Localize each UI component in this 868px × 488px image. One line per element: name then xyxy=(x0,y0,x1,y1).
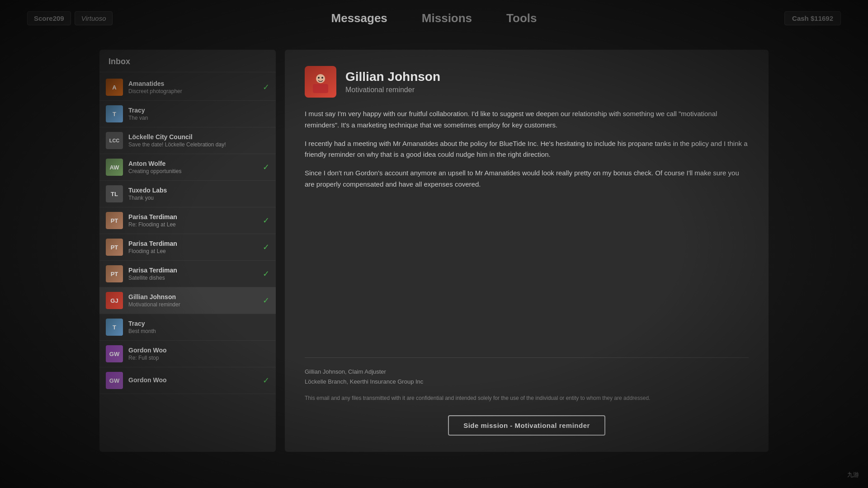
item-text-parisa2: Parisa TerdimanFlooding at Lee xyxy=(128,240,259,254)
item-subject-parisa2: Flooding at Lee xyxy=(128,248,259,254)
item-sender-lockelle: Löckelle City Council xyxy=(128,133,269,141)
check-icon-parisa2: ✓ xyxy=(263,242,269,252)
rank-display: Virtuoso xyxy=(75,11,113,25)
item-text-tuxedo: Tuxedo LabsThank you xyxy=(128,187,269,201)
check-icon-anton: ✓ xyxy=(263,162,269,172)
avatar-amanatides: A xyxy=(106,79,123,96)
svg-rect-3 xyxy=(313,84,328,93)
svg-point-1 xyxy=(318,77,320,79)
item-subject-parisa3: Satellite dishes xyxy=(128,275,259,281)
inbox-item-tracy1[interactable]: TTracyThe van xyxy=(99,101,276,127)
inbox-item-gillian[interactable]: GJGillian JohnsonMotivational reminder✓ xyxy=(99,287,276,314)
item-sender-parisa1: Parisa Terdiman xyxy=(128,213,259,221)
body-paragraph-2: I recently had a meeting with Mr Amanati… xyxy=(305,138,749,161)
item-sender-tuxedo: Tuxedo Labs xyxy=(128,187,269,194)
nav-tabs: Messages Missions Tools xyxy=(328,9,541,27)
inbox-item-parisa3[interactable]: PTParisa TerdimanSatellite dishes✓ xyxy=(99,261,276,287)
detail-body: I must say I'm very happy with our fruit… xyxy=(305,108,749,348)
detail-sender-name: Gillian Johnson xyxy=(345,70,440,84)
detail-avatar xyxy=(305,66,336,98)
item-sender-tracy2: Tracy xyxy=(128,320,269,327)
item-text-tracy2: TracyBest month xyxy=(128,320,269,334)
item-subject-gordon1: Re: Full stop xyxy=(128,355,269,361)
detail-divider xyxy=(305,357,749,358)
item-sender-anton: Anton Wolfe xyxy=(128,160,259,167)
cash-display: Cash $11692 xyxy=(784,11,841,25)
item-subject-tuxedo: Thank you xyxy=(128,195,269,201)
tab-missions[interactable]: Missions xyxy=(418,9,476,27)
item-sender-gillian: Gillian Johnson xyxy=(128,293,259,300)
inbox-item-parisa1[interactable]: PTParisa TerdimanRe: Flooding at Lee✓ xyxy=(99,207,276,234)
svg-point-2 xyxy=(321,77,323,79)
item-subject-anton: Creating opportunities xyxy=(128,168,259,174)
detail-signature: Gillian Johnson, Claim Adjuster Löckelle… xyxy=(305,367,749,387)
top-bar: Score209 Virtuoso Messages Missions Tool… xyxy=(0,0,868,36)
inbox-panel: Inbox AAmanatidesDiscreet photographer✓T… xyxy=(99,50,276,452)
item-subject-parisa1: Re: Flooding at Lee xyxy=(128,221,259,228)
avatar-anton: AW xyxy=(106,159,123,176)
body-paragraph-1: I must say I'm very happy with our fruit… xyxy=(305,108,749,131)
item-sender-gordon1: Gordon Woo xyxy=(128,347,269,354)
inbox-item-parisa2[interactable]: PTParisa TerdimanFlooding at Lee✓ xyxy=(99,234,276,261)
inbox-item-lockelle[interactable]: LCCLöckelle City CouncilSave the date! L… xyxy=(99,127,276,154)
check-icon-parisa1: ✓ xyxy=(263,216,269,225)
inbox-title: Inbox xyxy=(99,50,276,72)
avatar-gordon1: GW xyxy=(106,345,123,362)
item-text-gordon1: Gordon WooRe: Full stop xyxy=(128,347,269,361)
avatar-gordon2: GW xyxy=(106,372,123,389)
item-subject-tracy2: Best month xyxy=(128,328,269,334)
item-text-lockelle: Löckelle City CouncilSave the date! Löck… xyxy=(128,133,269,148)
check-icon-parisa3: ✓ xyxy=(263,269,269,279)
avatar-gillian: GJ xyxy=(106,292,123,309)
tab-messages[interactable]: Messages xyxy=(328,9,391,27)
inbox-item-gordon1[interactable]: GWGordon WooRe: Full stop xyxy=(99,341,276,367)
item-subject-amanatides: Discreet photographer xyxy=(128,88,259,94)
avatar-tracy2: T xyxy=(106,319,123,336)
avatar-lockelle: LCC xyxy=(106,132,123,149)
item-text-anton: Anton WolfeCreating opportunities xyxy=(128,160,259,174)
tab-tools[interactable]: Tools xyxy=(503,9,540,27)
item-text-gillian: Gillian JohnsonMotivational reminder xyxy=(128,293,259,308)
item-subject-gillian: Motivational reminder xyxy=(128,301,259,308)
main-content: Inbox AAmanatidesDiscreet photographer✓T… xyxy=(99,50,769,452)
inbox-item-tracy2[interactable]: TTracyBest month xyxy=(99,314,276,341)
avatar-parisa1: PT xyxy=(106,212,123,229)
watermark: 九游 xyxy=(847,471,859,479)
signature-line-2: Löckelle Branch, Keerthi Insurance Group… xyxy=(305,377,749,387)
item-sender-parisa3: Parisa Terdiman xyxy=(128,267,259,274)
avatar-parisa2: PT xyxy=(106,239,123,256)
check-icon-gordon2: ✓ xyxy=(263,375,269,385)
item-subject-tracy1: The van xyxy=(128,115,269,121)
check-icon-amanatides: ✓ xyxy=(263,82,269,92)
item-text-tracy1: TracyThe van xyxy=(128,107,269,121)
item-text-parisa1: Parisa TerdimanRe: Flooding at Lee xyxy=(128,213,259,228)
item-text-gordon2: Gordon Woo xyxy=(128,376,259,385)
mission-button[interactable]: Side mission - Motivational reminder xyxy=(448,415,605,436)
detail-panel: Gillian Johnson Motivational reminder I … xyxy=(285,50,769,452)
avatar-parisa3: PT xyxy=(106,265,123,282)
check-icon-gillian: ✓ xyxy=(263,296,269,305)
item-text-amanatides: AmanatidesDiscreet photographer xyxy=(128,80,259,94)
inbox-item-anton[interactable]: AWAnton WolfeCreating opportunities✓ xyxy=(99,154,276,181)
item-subject-lockelle: Save the date! Löckelle Celebration day! xyxy=(128,141,269,148)
item-sender-parisa2: Parisa Terdiman xyxy=(128,240,259,247)
score-display: Score209 xyxy=(27,11,71,25)
detail-footer-note: This email and any files transmitted wit… xyxy=(305,394,749,403)
avatar-tracy1: T xyxy=(106,105,123,122)
item-text-parisa3: Parisa TerdimanSatellite dishes xyxy=(128,267,259,281)
item-sender-tracy1: Tracy xyxy=(128,107,269,114)
item-sender-gordon2: Gordon Woo xyxy=(128,376,259,384)
inbox-item-gordon2[interactable]: GWGordon Woo✓ xyxy=(99,367,276,394)
score-badge: Score209 Virtuoso xyxy=(27,11,113,25)
detail-sender-info: Gillian Johnson Motivational reminder xyxy=(345,70,440,94)
inbox-item-tuxedo[interactable]: TLTuxedo LabsThank you xyxy=(99,181,276,207)
inbox-list: AAmanatidesDiscreet photographer✓TTracyT… xyxy=(99,72,276,452)
avatar-tuxedo: TL xyxy=(106,185,123,202)
body-paragraph-3: Since I don't run Gordon's account anymo… xyxy=(305,168,749,190)
signature-line-1: Gillian Johnson, Claim Adjuster xyxy=(305,367,749,377)
item-sender-amanatides: Amanatides xyxy=(128,80,259,87)
detail-header: Gillian Johnson Motivational reminder xyxy=(305,66,749,98)
detail-subject-line: Motivational reminder xyxy=(345,86,440,94)
inbox-item-amanatides[interactable]: AAmanatidesDiscreet photographer✓ xyxy=(99,74,276,101)
